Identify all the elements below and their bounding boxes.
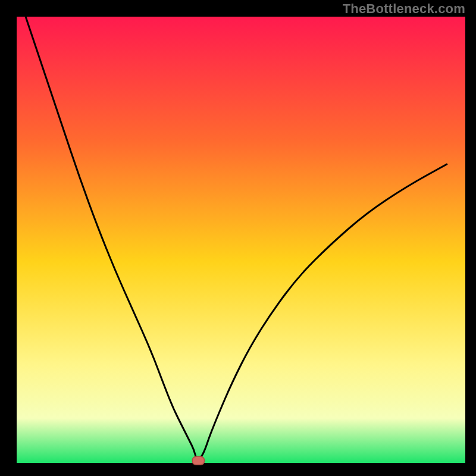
chart-frame: TheBottleneck.com	[0, 0, 476, 476]
optimal-point-marker	[192, 456, 204, 465]
watermark-text: TheBottleneck.com	[343, 1, 465, 17]
plot-background	[17, 17, 465, 463]
bottleneck-chart	[0, 0, 476, 476]
